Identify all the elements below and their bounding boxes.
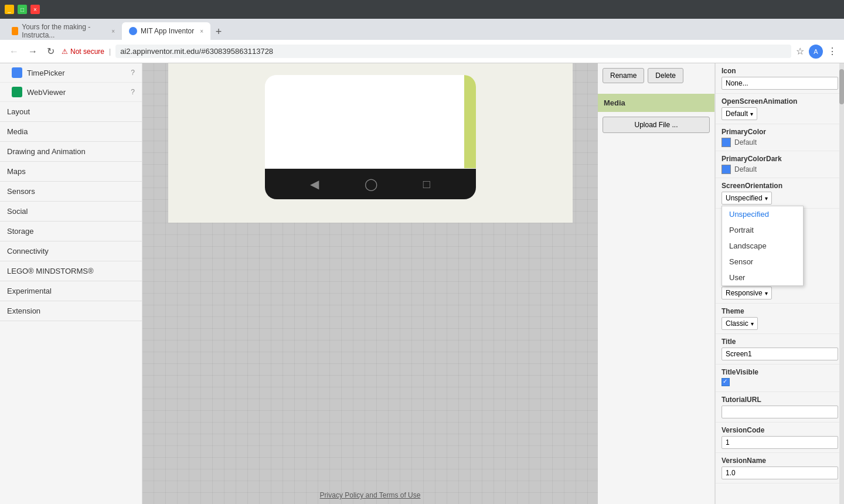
prop-primarycolordark: PrimaryColorDark Default [716,151,844,178]
window-controls[interactable]: _ □ × [5,5,40,14]
prop-openscreenanimation: OpenScreenAnimation Default ▾ [716,94,844,124]
option-user[interactable]: User [722,270,803,285]
layout-label: Layout [7,107,30,116]
prop-versionname-input[interactable] [722,466,838,479]
scrollbar-thumb[interactable] [839,69,844,104]
menu-button[interactable]: ⋮ [828,46,837,57]
warning-icon: ⚠ [62,47,68,56]
option-portrait[interactable]: Portrait [722,222,803,238]
sidebar-item-timepicker[interactable]: TimePicker ? [0,63,142,83]
profile-button[interactable]: A [809,45,823,59]
recent-nav-icon: □ [423,178,430,191]
connectivity-label: Connectivity [7,247,49,256]
webviewer-help[interactable]: ? [131,88,135,96]
maps-label: Maps [7,167,26,176]
primarycolor-value: Default [734,138,757,147]
prop-icon: Icon [716,63,844,94]
sidebar-item-media[interactable]: Media [0,122,142,142]
bookmark-button[interactable]: ☆ [796,46,804,57]
prop-titlevisible-label: TitleVisible [722,368,838,376]
storage-label: Storage [7,227,34,236]
appinventor-favicon [129,27,137,35]
option-unspecified[interactable]: Unspecified [722,206,803,222]
sidebar-item-storage[interactable]: Storage [0,222,142,241]
url-field[interactable] [115,45,791,58]
primarycolordark-swatch[interactable] [722,165,731,174]
phone-frame: ◀ ◯ □ [265,75,476,199]
timepicker-help[interactable]: ? [131,69,135,77]
titlevisible-checkbox[interactable] [722,378,730,386]
webviewer-icon [12,87,22,97]
sizing-dropdown[interactable]: Responsive ▾ [722,287,772,299]
privacy-policy-link[interactable]: Privacy Policy and Terms of Use [320,491,421,499]
prop-screenorientation-label: ScreenOrientation [722,182,838,190]
option-landscape[interactable]: Landscape [722,238,803,254]
screenorientation-value: Unspecified [726,194,763,202]
theme-dropdown[interactable]: Classic ▾ [722,317,758,330]
sidebar-item-lego[interactable]: LEGO® MINDSTORMS® [0,261,142,281]
reload-button[interactable]: ↻ [45,43,57,59]
scrollbar[interactable] [839,63,844,504]
delete-button[interactable]: Delete [648,68,683,83]
option-sensor[interactable]: Sensor [722,254,803,270]
theme-value: Classic [726,319,748,328]
address-right-controls: ☆ A ⋮ [796,45,837,59]
prop-titlevisible: TitleVisible [716,365,844,392]
sidebar-item-connectivity[interactable]: Connectivity [0,241,142,261]
rename-button[interactable]: Rename [603,68,644,83]
tabs-bar: Yours for the making - Instructa... × MI… [0,19,844,40]
security-text: Not secure [70,47,104,56]
forward-button[interactable]: → [26,44,40,59]
sidebar-item-webviewer[interactable]: WebViewer ? [0,83,142,102]
sidebar-item-drawing[interactable]: Drawing and Animation [0,142,142,162]
prop-theme: Theme Classic ▾ [716,304,844,334]
sidebar-item-sensors[interactable]: Sensors [0,182,142,202]
home-nav-icon: ◯ [365,177,377,191]
address-bar: ← → ↻ ⚠ Not secure | ☆ A ⋮ [0,40,844,63]
primarycolordark-row: Default [722,165,838,174]
screenorientation-arrow: ▾ [765,195,768,202]
tab-close-instructables[interactable]: × [111,28,115,35]
openscreenanimation-dropdown[interactable]: Default ▾ [722,107,757,120]
prop-title-input[interactable] [722,348,838,360]
action-buttons: Rename Delete [603,68,710,83]
prop-theme-label: Theme [722,307,838,315]
experimental-label: Experimental [7,287,52,295]
maximize-button[interactable]: □ [18,5,27,14]
primarycolor-swatch[interactable] [722,138,731,147]
theme-arrow: ▾ [751,321,754,327]
new-tab-button[interactable]: + [210,23,227,40]
app-layout: TimePicker ? WebViewer ? Layout Media Dr… [0,63,844,504]
timepicker-label: TimePicker [27,69,65,77]
phone-screen: ◀ ◯ □ [265,75,476,199]
prop-icon-label: Icon [722,67,838,75]
back-button[interactable]: ← [7,44,21,59]
screenorientation-dropdown-menu: Unspecified Portrait Landscape Sensor Us… [722,206,804,286]
webviewer-label: WebViewer [27,88,66,97]
components-actions: Rename Delete [598,63,714,94]
prop-icon-input[interactable] [722,77,838,90]
sidebar-item-extension[interactable]: Extension [0,301,142,321]
close-button[interactable]: × [30,5,40,14]
tab-appinventor-label: MIT App Inventor [141,27,194,35]
prop-versioncode-input[interactable] [722,436,838,449]
media-label: Media [7,127,28,136]
prop-title-label: Title [722,338,838,346]
phone-screen-content [265,75,476,169]
prop-tutorialurl-input[interactable] [722,406,838,418]
upload-file-button[interactable]: Upload File ... [603,117,710,133]
prop-tutorialurl: TutorialURL [716,392,844,423]
sidebar-item-maps[interactable]: Maps [0,162,142,182]
openscreenanimation-value: Default [726,110,748,118]
separator: | [109,47,111,56]
extension-label: Extension [7,307,40,315]
sidebar-item-layout[interactable]: Layout [0,102,142,122]
sidebar-item-experimental[interactable]: Experimental [0,281,142,301]
openscreenanimation-arrow: ▾ [750,111,753,117]
minimize-button[interactable]: _ [5,5,14,14]
sidebar-item-social[interactable]: Social [0,202,142,222]
screenorientation-dropdown[interactable]: Unspecified ▾ [722,192,772,205]
tab-appinventor[interactable]: MIT App Inventor × [122,22,210,40]
tab-instructables[interactable]: Yours for the making - Instructa... × [5,22,122,40]
tab-close-appinventor[interactable]: × [200,28,203,35]
